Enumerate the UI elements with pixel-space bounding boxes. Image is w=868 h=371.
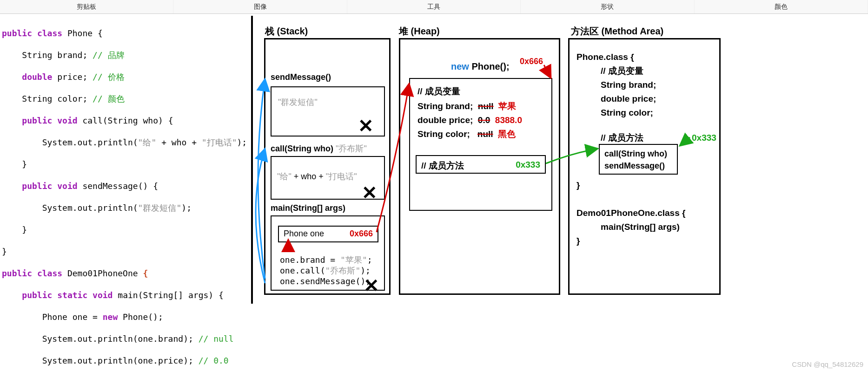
- method-area-addr: 0x333: [692, 133, 716, 143]
- heap-addr: 0x666: [520, 57, 543, 66]
- tb-shapes[interactable]: 形状: [521, 0, 694, 13]
- close-icon: ✕: [362, 182, 378, 203]
- heap-methods-box: // 成员方法 0x333: [416, 155, 546, 174]
- heap-new: new Phone();: [451, 61, 510, 72]
- method-area-title: 方法区 (Method Area): [571, 25, 663, 38]
- tb-colors[interactable]: 颜色: [695, 0, 868, 13]
- heap-object: // 成员变量 String brand; null 苹果 double pri…: [409, 78, 552, 211]
- watermark: CSDN @qq_54812629: [792, 360, 863, 368]
- vertical-divider: [251, 16, 253, 304]
- tb-image[interactable]: 图像: [173, 0, 347, 13]
- stack-main-label: main(String[] args): [271, 203, 345, 213]
- toolbar: 剪贴板 图像 工具 形状 颜色: [0, 0, 868, 14]
- stack-phone-var: Phone one 0x666: [278, 226, 378, 242]
- close-icon: ✕: [358, 115, 374, 137]
- method-area-methods-box: call(String who) sendMessage(): [599, 144, 678, 175]
- stack-call-body: "给" + who + "打电话": [277, 171, 357, 182]
- heap-fields-title: // 成员变量: [417, 85, 460, 98]
- stack-send-label: sendMessage(): [271, 72, 331, 82]
- heap-fields: String brand; null 苹果 double price; 0.0 …: [417, 99, 522, 141]
- stack-send-body: "群发短信": [278, 97, 318, 108]
- source-code: public class Phone { String brand; // 品牌…: [2, 17, 248, 371]
- tb-tools[interactable]: 工具: [347, 0, 521, 13]
- stack-call-label: call(String who) "乔布斯": [271, 143, 367, 154]
- close-icon: ✕: [364, 275, 379, 296]
- tb-clipboard[interactable]: 剪贴板: [0, 0, 173, 13]
- stack-title: 栈 (Stack): [265, 25, 308, 38]
- stack-main-body: one.brand = "苹果"; one.call("乔布斯"); one.s…: [280, 254, 372, 286]
- heap-title: 堆 (Heap): [399, 25, 440, 38]
